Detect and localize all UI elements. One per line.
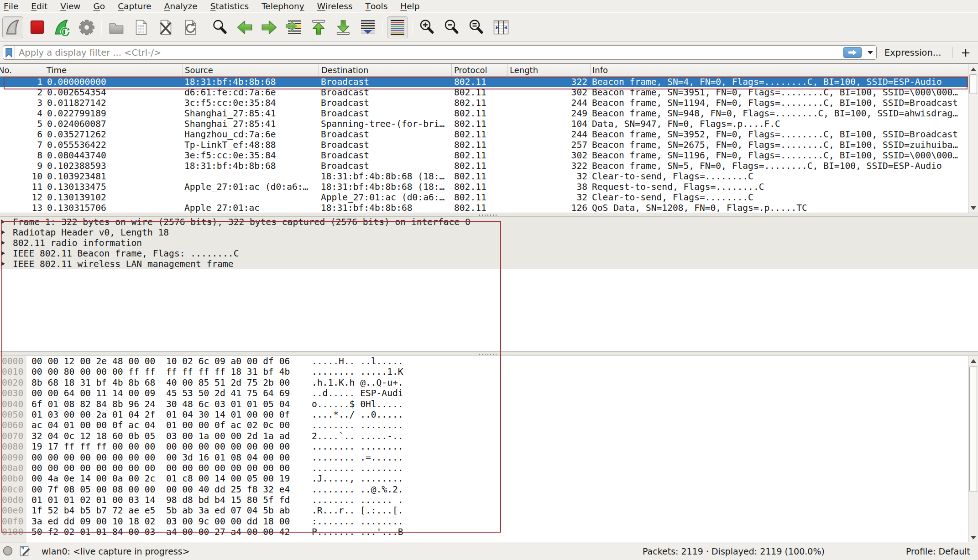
expander-triangle-icon[interactable] bbox=[1, 241, 5, 245]
reload-file-button[interactable] bbox=[180, 16, 201, 38]
packet-row[interactable]: 1 0.000000000 18:31:bf:4b:8b:68 Broadcas… bbox=[0, 77, 968, 87]
packet-row[interactable]: 9 0.102388593 18:31:bf:4b:8b:68 Broadcas… bbox=[0, 161, 968, 171]
packet-row[interactable]: 11 0.130133475 Apple_27:01:ac (d0:a6:… 1… bbox=[0, 182, 968, 192]
detail-row[interactable]: Frame 1: 322 bytes on wire (2576 bits), … bbox=[0, 217, 978, 227]
scrollbar-thumb[interactable] bbox=[969, 74, 977, 94]
column-header[interactable]: Destination bbox=[319, 64, 452, 76]
menu-view[interactable]: View bbox=[54, 0, 87, 12]
column-header[interactable]: Protocol bbox=[452, 64, 507, 76]
scroll-up-button[interactable] bbox=[968, 356, 978, 366]
add-filter-button[interactable]: + bbox=[957, 42, 974, 63]
filter-bookmark-button[interactable] bbox=[3, 46, 15, 59]
colorize-icon bbox=[389, 19, 406, 36]
hex-pane-scrollbar[interactable] bbox=[968, 356, 978, 542]
go-back-button[interactable] bbox=[234, 16, 255, 38]
hex-row[interactable]: 0020 8b 68 18 31 bf 4b 8b 68 40 00 85 51… bbox=[0, 377, 978, 388]
splitter-details-hex[interactable] bbox=[0, 351, 978, 356]
save-file-button[interactable] bbox=[131, 16, 152, 38]
hex-row[interactable]: 00b0 00 4a 0e 14 00 0a 00 2c 01 c8 00 14… bbox=[0, 473, 978, 484]
menu-statistics[interactable]: Statistics bbox=[204, 0, 256, 12]
capture-comment-button[interactable] bbox=[19, 545, 31, 559]
first-packet-button[interactable] bbox=[308, 16, 329, 38]
apply-filter-button[interactable] bbox=[843, 47, 862, 58]
hex-row[interactable]: 0060 ac 04 01 00 00 0f ac 04 01 00 00 0f… bbox=[0, 420, 978, 430]
stop-capture-button[interactable] bbox=[27, 16, 48, 38]
last-packet-button[interactable] bbox=[333, 16, 354, 38]
packet-row[interactable]: 10 0.103923481 18:31:bf:4b:8b:68 (18:… 8… bbox=[0, 171, 968, 182]
hex-row[interactable]: 00d0 01 01 01 02 01 00 03 14 98 d8 bd b4… bbox=[0, 495, 978, 505]
scroll-down-button[interactable] bbox=[968, 533, 978, 542]
scrollbar-thumb[interactable] bbox=[969, 366, 977, 492]
hex-row[interactable]: 0050 01 03 00 00 2a 01 04 2f 01 04 30 14… bbox=[0, 409, 978, 420]
packet-row[interactable]: 5 0.024060087 Shanghai_27:85:41 Spanning… bbox=[0, 119, 968, 129]
hex-row[interactable]: 0070 32 04 0c 12 18 60 0b 05 03 00 1a 00… bbox=[0, 431, 978, 441]
expander-triangle-icon[interactable] bbox=[1, 230, 5, 235]
open-file-button[interactable] bbox=[106, 16, 127, 38]
packet-row[interactable]: 2 0.002654354 d6:61:fe:cd:7a:6e Broadcas… bbox=[0, 87, 968, 98]
menu-go[interactable]: Go bbox=[87, 0, 111, 12]
find-packet-button[interactable] bbox=[209, 16, 230, 38]
detail-row[interactable]: Radiotap Header v0, Length 18 bbox=[0, 227, 978, 238]
filter-history-dropdown[interactable] bbox=[865, 46, 875, 59]
expert-info-button[interactable] bbox=[3, 546, 13, 558]
zoom-original-button[interactable] bbox=[466, 16, 487, 38]
hex-row[interactable]: 00c0 00 7f 08 05 00 08 00 00 00 00 40 dd… bbox=[0, 484, 978, 495]
menu-telephony[interactable]: Telephony bbox=[255, 0, 311, 12]
menu-file[interactable]: File bbox=[0, 0, 25, 12]
hex-row[interactable]: 00a0 00 00 00 00 00 00 00 00 00 00 00 00… bbox=[0, 463, 978, 473]
hex-row[interactable]: 0100 50 f2 02 01 01 84 00 03 a4 00 00 27… bbox=[0, 527, 978, 537]
packet-row[interactable]: 13 0.130315706 Apple_27:01:ac 18:31:bf:4… bbox=[0, 203, 968, 213]
colorize-button[interactable] bbox=[387, 16, 408, 38]
restart-capture-button[interactable] bbox=[52, 16, 73, 38]
column-header[interactable]: Info bbox=[591, 64, 968, 76]
auto-scroll-button[interactable] bbox=[357, 16, 378, 38]
expander-triangle-icon[interactable] bbox=[1, 262, 5, 266]
packet-row[interactable]: 8 0.080443740 3e:f5:cc:0e:35:84 Broadcas… bbox=[0, 150, 968, 161]
resize-columns-button[interactable] bbox=[491, 16, 512, 38]
menu-tools[interactable]: Tools bbox=[359, 0, 394, 12]
close-file-button[interactable] bbox=[155, 16, 176, 38]
zoom-out-button[interactable] bbox=[441, 16, 462, 38]
expander-triangle-icon[interactable] bbox=[1, 251, 5, 256]
menu-analyze[interactable]: Analyze bbox=[158, 0, 204, 12]
detail-row[interactable]: IEEE 802.11 wireless LAN management fram… bbox=[0, 259, 978, 269]
splitter-list-details[interactable] bbox=[0, 213, 978, 217]
scroll-up-button[interactable] bbox=[968, 64, 978, 74]
hex-row[interactable]: 0080 19 17 ff ff ff 00 00 00 00 00 00 00… bbox=[0, 441, 978, 452]
packet-row[interactable]: 7 0.055536422 Tp-LinkT_ef:48:88 Broadcas… bbox=[0, 140, 968, 150]
scroll-down-button[interactable] bbox=[968, 203, 978, 213]
column-header[interactable]: Length bbox=[507, 64, 591, 76]
go-to-packet-button[interactable] bbox=[283, 16, 304, 38]
hex-row[interactable]: 00e0 1f 52 b4 b5 b7 72 ae e5 5b ab 3a ed… bbox=[0, 505, 978, 516]
expression-button[interactable]: Expression... bbox=[884, 42, 941, 63]
menu-capture[interactable]: Capture bbox=[111, 0, 158, 12]
detail-row[interactable]: 802.11 radio information bbox=[0, 238, 978, 248]
packet-row[interactable]: 12 0.130139102 Apple_27:01:ac (d0:a6:… 8… bbox=[0, 192, 968, 203]
capture-options-button[interactable] bbox=[76, 16, 97, 38]
packet-row[interactable]: 6 0.035271262 Hangzhou_cd:7a:6e Broadcas… bbox=[0, 129, 968, 140]
packet-list-scrollbar[interactable] bbox=[968, 64, 978, 213]
hex-row[interactable]: 0000 00 00 12 00 2e 48 00 00 10 02 6c 09… bbox=[0, 356, 978, 366]
column-header[interactable]: Time bbox=[44, 64, 183, 76]
packet-list-header: No. Time Source Destination Protocol Len… bbox=[0, 64, 968, 77]
packet-row[interactable]: 3 0.011827142 3c:f5:cc:0e:35:84 Broadcas… bbox=[0, 98, 968, 108]
hex-row[interactable]: 0090 00 00 00 00 00 00 00 00 00 3d 16 01… bbox=[0, 452, 978, 463]
menu-help[interactable]: Help bbox=[394, 0, 426, 12]
detail-row[interactable]: IEEE 802.11 Beacon frame, Flags: .......… bbox=[0, 248, 978, 259]
zoom-in-button[interactable] bbox=[417, 16, 438, 38]
hex-row[interactable]: 0010 00 00 80 00 00 00 ff ff ff ff ff ff… bbox=[0, 366, 978, 377]
display-filter-input[interactable] bbox=[15, 46, 843, 59]
expander-triangle-icon[interactable] bbox=[1, 220, 5, 224]
hex-row[interactable]: 0040 6f 01 08 82 84 8b 96 24 30 48 6c 03… bbox=[0, 399, 978, 409]
profile-text[interactable]: Profile: Default bbox=[906, 543, 970, 560]
start-capture-button[interactable] bbox=[2, 16, 23, 38]
hex-row[interactable]: 00f0 3a ed dd 09 00 10 18 02 03 00 9c 00… bbox=[0, 516, 978, 527]
menu-edit[interactable]: Edit bbox=[25, 0, 54, 12]
hex-row[interactable]: 0030 00 00 64 00 11 14 00 09 45 53 50 2d… bbox=[0, 388, 978, 398]
filter-bar: Expression... + bbox=[0, 42, 978, 64]
go-forward-button[interactable] bbox=[259, 16, 280, 38]
column-header[interactable]: Source bbox=[183, 64, 319, 76]
packet-row[interactable]: 4 0.022799189 Shanghai_27:85:41 Broadcas… bbox=[0, 108, 968, 119]
menu-wireless[interactable]: Wireless bbox=[311, 0, 359, 12]
column-header[interactable]: No. bbox=[0, 64, 44, 76]
